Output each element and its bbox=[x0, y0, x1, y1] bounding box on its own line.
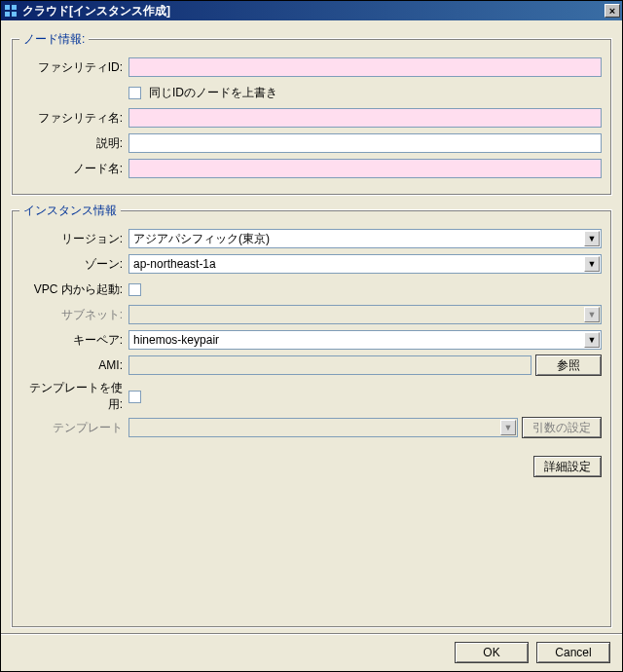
titlebar: クラウド[インスタンス作成] × bbox=[1, 1, 622, 20]
subnet-label: サブネット: bbox=[21, 307, 128, 323]
content-area: ノード情報: ファシリティID: 同じIDのノードを上書き ファシリティ名: bbox=[1, 20, 622, 633]
browse-button[interactable]: 参照 bbox=[535, 355, 602, 376]
description-label: 説明: bbox=[21, 135, 128, 152]
zone-dropdown[interactable]: ap-northeast-1a ▼ bbox=[128, 254, 602, 274]
use-template-checkbox[interactable] bbox=[128, 391, 141, 403]
dialog-window: クラウド[インスタンス作成] × ノード情報: ファシリティID: 同じIDのノ… bbox=[0, 0, 623, 672]
zone-value: ap-northeast-1a bbox=[133, 257, 216, 271]
chevron-down-icon: ▼ bbox=[584, 307, 600, 322]
ok-button[interactable]: OK bbox=[455, 642, 529, 663]
vpc-launch-checkbox[interactable] bbox=[128, 283, 141, 296]
zone-label: ゾーン: bbox=[21, 256, 128, 273]
node-name-input[interactable] bbox=[128, 159, 602, 178]
facility-id-label: ファシリティID: bbox=[21, 59, 128, 76]
svg-rect-1 bbox=[12, 5, 17, 10]
facility-name-label: ファシリティ名: bbox=[21, 110, 128, 127]
keypair-label: キーペア: bbox=[21, 332, 128, 349]
svg-rect-2 bbox=[5, 12, 10, 17]
facility-name-input[interactable] bbox=[128, 108, 602, 128]
svg-rect-0 bbox=[5, 5, 10, 10]
instance-info-legend: インスタンス情報 bbox=[19, 203, 121, 219]
chevron-down-icon: ▼ bbox=[500, 420, 516, 435]
app-icon bbox=[3, 3, 18, 19]
template-label: テンプレート bbox=[21, 420, 128, 436]
detailed-settings-button[interactable]: 詳細設定 bbox=[533, 456, 602, 477]
keypair-dropdown[interactable]: hinemos-keypair ▼ bbox=[128, 330, 602, 350]
template-dropdown: ▼ bbox=[128, 418, 518, 437]
chevron-down-icon: ▼ bbox=[584, 256, 600, 272]
node-info-group: ノード情報: ファシリティID: 同じIDのノードを上書き ファシリティ名: bbox=[11, 38, 612, 196]
keypair-value: hinemos-keypair bbox=[133, 333, 219, 347]
dialog-footer: OK Cancel bbox=[1, 633, 622, 671]
ami-label: AMI: bbox=[21, 358, 128, 372]
overwrite-label: 同じIDのノードを上書き bbox=[149, 85, 277, 101]
close-button[interactable]: × bbox=[605, 4, 620, 18]
description-input[interactable] bbox=[128, 133, 602, 153]
node-name-label: ノード名: bbox=[21, 161, 128, 177]
overwrite-checkbox[interactable] bbox=[128, 87, 141, 99]
use-template-label: テンプレートを使用: bbox=[21, 380, 128, 413]
chevron-down-icon: ▼ bbox=[584, 231, 600, 246]
facility-id-input[interactable] bbox=[128, 57, 602, 77]
subnet-dropdown: ▼ bbox=[128, 305, 602, 324]
region-dropdown[interactable]: アジアパシフィック(東京) ▼ bbox=[128, 229, 602, 248]
node-info-legend: ノード情報: bbox=[19, 31, 89, 48]
instance-info-group: インスタンス情報 リージョン: アジアパシフィック(東京) ▼ ゾーン: ap-… bbox=[11, 209, 612, 628]
args-button: 引数の設定 bbox=[522, 417, 602, 438]
region-label: リージョン: bbox=[21, 231, 128, 247]
cancel-button[interactable]: Cancel bbox=[536, 642, 610, 663]
svg-rect-3 bbox=[12, 12, 17, 17]
region-value: アジアパシフィック(東京) bbox=[133, 231, 270, 247]
vpc-launch-label: VPC 内から起動: bbox=[21, 281, 128, 298]
window-title: クラウド[インスタンス作成] bbox=[22, 3, 605, 19]
ami-input bbox=[128, 355, 531, 375]
chevron-down-icon: ▼ bbox=[584, 332, 600, 348]
